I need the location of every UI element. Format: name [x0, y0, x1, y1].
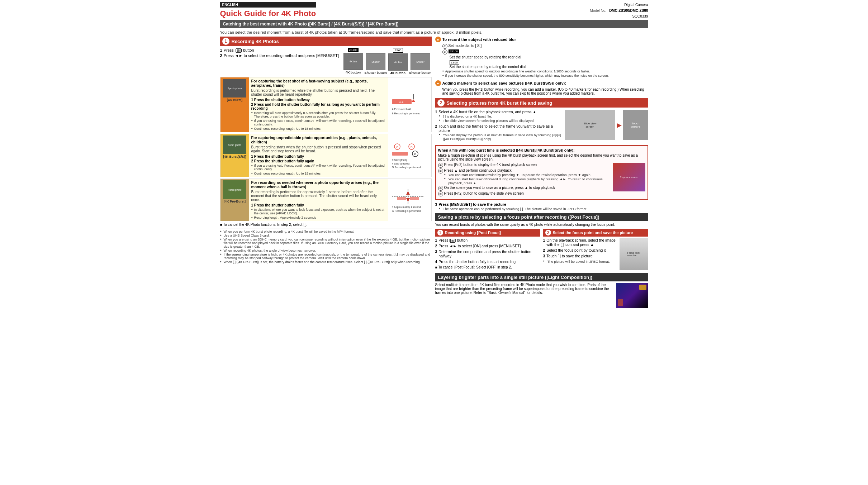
save-step-note: The same operation can be performed by t…: [438, 207, 648, 211]
lb-circle-1: ①: [438, 163, 443, 168]
pf-s2-step-1: 1 On the playback screen, select the ima…: [543, 238, 617, 247]
pf-step-3: 3 Determine the composition and press th…: [435, 249, 540, 258]
header-right: Digital Camera Model No. DMC-ZS100/DMC-Z…: [590, 2, 648, 19]
diagram-pre-svg: F Approximately 1 second G Recording is …: [390, 186, 430, 214]
svg-rect-21: [397, 197, 406, 200]
adding-markers-title: Adding markers to select and save pictur…: [442, 81, 566, 85]
burst-icon-4k: Sports photo [4K Burst]: [220, 77, 249, 132]
long-burst-title: When a file with long burst time is sele…: [438, 148, 645, 152]
svg-rect-10: [392, 152, 408, 156]
footer-note-2: Use a UHS Speed Class 3 card.: [220, 234, 432, 237]
pf-section1-title: Recording using [Post Focus]: [445, 230, 501, 235]
header-row: ENGLISH Quick Guide for 4K Photo Digital…: [220, 2, 648, 19]
model-images: ZS100 4K btn 4K button Shutter Shutter b…: [343, 48, 432, 75]
blur-note-2: If you increase the shutter speed, the I…: [442, 74, 648, 77]
burst-desc-4k: Burst recording is performed while the s…: [251, 89, 386, 96]
model-row: Model No. DMC-ZS100/DMC-ZS60: [590, 8, 648, 14]
svg-marker-2: [412, 99, 415, 102]
select-step-1-num: 1: [435, 110, 437, 114]
post-focus-header: Saving a picture by selecting a focus po…: [435, 213, 648, 221]
reduce-blur-step-2: ② ZS100: [442, 49, 648, 54]
burst-desc-pre: Burst recording is performed for approxi…: [251, 190, 386, 202]
zs100-block: ZS100 4K btn 4K button: [343, 48, 363, 74]
svg-marker-20: [406, 198, 410, 202]
lb-note-2-2: You can start fast rewind/forward during…: [444, 177, 610, 185]
footer-notes: When you perform 4K burst photo recordin…: [220, 228, 432, 264]
burst-diagram-pre: F Approximately 1 second G Recording is …: [388, 179, 431, 221]
burst-text-pre: For recording as needed whenever a photo…: [249, 179, 388, 221]
pf-s2-note: The picture will be saved in JPEG format…: [543, 260, 617, 263]
footer-note-1: When you perform 4K burst photo recordin…: [220, 230, 432, 233]
product-type: Digital Camera: [590, 2, 648, 8]
adding-markers-header: ● Adding markers to select and save pict…: [435, 80, 648, 86]
pf-section2-num: 2: [545, 230, 551, 236]
burst-label-ss: [4K Burst(S/S)]: [223, 155, 246, 158]
post-focus-col1: 1 Recording using [Post Focus] 1 Press […: [435, 229, 540, 270]
burst-diagram-ss: C D E E Start (First) F Stop (Second) G …: [388, 134, 431, 177]
light-comp-header: Layering brighter parts into a single st…: [435, 273, 648, 281]
select-note-2-1: You can display the previous or next 45 …: [438, 133, 562, 141]
step-2-text: Press ◄► to select the recording method …: [224, 53, 339, 58]
zs60-badge: ZS60: [450, 60, 459, 65]
burst-img-pre: Horse photo: [223, 180, 246, 199]
svg-text:E Start (First): E Start (First): [392, 159, 407, 162]
burst-title-pre: For recording as needed whenever a photo…: [251, 180, 386, 189]
note-pre-2: Recording length: Approximately 2 second…: [251, 216, 386, 219]
header-left: ENGLISH Quick Guide for 4K Photo: [220, 2, 316, 18]
cancel-note: ■ To cancel the 4K Photo functions: In s…: [220, 223, 432, 227]
burst-row-4k: Sports photo [4K Burst] For capturing th…: [220, 77, 432, 132]
zs100-4k-label: 4K button: [346, 71, 361, 74]
post-focus-desc: You can record bursts of photos with the…: [435, 223, 648, 227]
select-step-1-detail: Select a 4K burst file on the playback s…: [438, 110, 562, 123]
zs100-shutter-step: Set the shutter speed by rotating the re…: [442, 55, 648, 59]
pf-section2-title: Select the focus point and save the pict…: [553, 230, 633, 235]
burst-diagram-4k: Hold A Press and hold B Recording is per…: [388, 77, 431, 132]
note-4k-2: If you are using Auto Focus, continuous …: [251, 119, 386, 126]
burst-label-4k: [4K Burst]: [227, 98, 243, 102]
step-2: 2 Press ◄► to select the recording metho…: [220, 53, 341, 58]
section1-header: 1 Recording 4K Photos: [220, 37, 432, 46]
svg-text:A Press and hold: A Press and hold: [392, 108, 411, 110]
burst-desc-ss: Burst recording starts when the shutter …: [251, 145, 386, 153]
section2-header: 2 Selecting pictures from 4K burst file …: [435, 98, 648, 108]
long-burst-step-1: ① Press [Fn2] button to display the 4K b…: [438, 163, 610, 168]
post-focus-section2-header: 2 Select the focus point and save the pi…: [543, 229, 648, 237]
light-composition-section: Layering brighter parts into a single st…: [435, 273, 648, 308]
long-burst-img: Playback screen: [613, 163, 645, 191]
right-column: ● To record the subject with reduced blu…: [435, 37, 648, 311]
zs60-shutter-label: Shutter button: [409, 71, 432, 75]
svg-rect-22: [410, 197, 419, 200]
pf-section1-steps: 1 Press [⊞] button 2 Press ◄► to select …: [435, 238, 540, 264]
reduce-blur-icon: ●: [435, 37, 441, 42]
step-1-set-dial: Set mode dial to [ S ]: [449, 44, 482, 48]
save-step: 3 Press [MENU/SET] to save the picture T…: [435, 202, 648, 211]
main-content: 1 Recording 4K Photos 1 Press [⊞] button…: [220, 37, 648, 311]
svg-text:B Recording is performed: B Recording is performed: [392, 112, 420, 115]
zs100-badge: ZS100: [449, 49, 459, 53]
long-burst-step-4: ④ Press [Fn2] button to display the slid…: [438, 191, 610, 196]
pf-step-2: 2 Press ◄► to select [ON] and press [MEN…: [435, 244, 540, 248]
zs60-tag-label: ZS60: [393, 48, 403, 53]
long-burst-desc: Make a rough selection of scenes using t…: [438, 153, 645, 161]
blur-note-1: Approximate shutter speed for outdoor re…: [442, 70, 648, 73]
note-4k-1: Recording will start approximately 0.5 s…: [251, 111, 386, 118]
long-burst-step-3: ③ On the scene you want to save as a pic…: [438, 186, 610, 191]
lb-circle-3: ③: [438, 186, 443, 191]
long-burst-steps: ① Press [Fn2] button to display the 4K b…: [438, 163, 610, 197]
burst-step-pre-1: 1 Press the shutter button fully: [251, 203, 386, 207]
note-ss-1: If you are using Auto Focus, continuous …: [251, 164, 386, 171]
select-note-1-1: [ ] is displayed on a 4K burst file.: [438, 114, 562, 118]
reduce-blur-steps: ① Set mode dial to [ S ] ② ZS100 Set the…: [435, 44, 648, 77]
svg-text:G Recording is performed: G Recording is performed: [392, 166, 421, 169]
note-4k-3: Continuous recording length: Up to 15 mi…: [251, 127, 386, 130]
pf-s2-step-2: 2 Select the focus point by touching it: [543, 248, 617, 252]
pf-section1-num: 1: [437, 230, 443, 236]
section2-title: Selecting pictures from 4K burst file an…: [447, 100, 552, 106]
burst-title-ss: For capturing unpredictable photo opport…: [251, 135, 386, 144]
zs60-row: ZS60: [442, 60, 648, 65]
adding-markers-desc: When you press the [Fn1] button while re…: [435, 87, 648, 95]
svg-text:E: E: [414, 153, 416, 156]
long-burst-step-2: ② Press ▲ and perform continuous playbac…: [438, 168, 610, 185]
long-burst-box: When a file with long burst time is sele…: [435, 145, 648, 200]
svg-text:G Recording is performed: G Recording is performed: [392, 210, 421, 213]
